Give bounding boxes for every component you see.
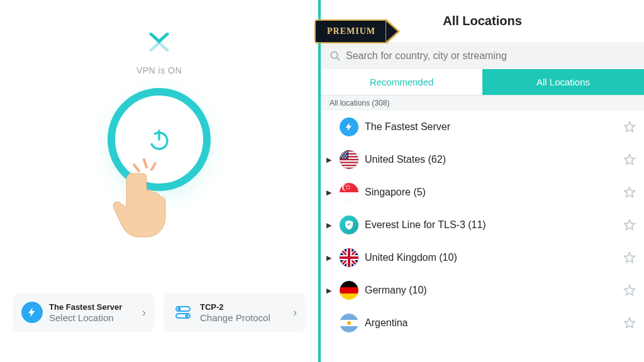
flag-de-icon	[340, 281, 358, 300]
row-label: Singapore (5)	[365, 187, 616, 198]
favorite-star-icon[interactable]	[623, 316, 636, 330]
protocol-icon	[172, 302, 194, 323]
server-card-title: The Fastest Server	[49, 302, 138, 312]
premium-badge: PREMIUM	[314, 19, 400, 44]
search-icon	[330, 50, 341, 62]
svg-point-6	[178, 307, 181, 310]
row-label: The Fastest Server	[365, 121, 616, 133]
row-label: Argentina	[365, 317, 616, 329]
svg-point-8	[186, 314, 189, 317]
flag-us-icon	[340, 150, 358, 169]
card-text: The Fastest Server Select Location	[49, 302, 138, 323]
svg-point-28	[342, 157, 343, 158]
svg-rect-47	[340, 314, 358, 320]
svg-rect-45	[340, 293, 358, 300]
list-item[interactable]: ▶ Singapore (5)	[321, 176, 644, 209]
expand-toggle[interactable]: ▶	[325, 287, 333, 295]
flag-ar-icon	[340, 314, 358, 332]
svg-point-20	[341, 151, 342, 153]
list-item[interactable]: ▶ Everest Line for TLS-3 (11)	[321, 209, 644, 241]
locations-header: PREMIUM All Locations	[321, 0, 644, 43]
row-label: Everest Line for TLS-3 (11)	[365, 219, 616, 231]
svg-point-25	[341, 155, 342, 156]
card-text: TCP-2 Change Protocol	[200, 302, 289, 323]
favorite-star-icon[interactable]	[623, 283, 636, 297]
svg-rect-19	[340, 150, 348, 159]
favorite-star-icon[interactable]	[623, 185, 636, 199]
favorite-star-icon[interactable]	[623, 218, 636, 232]
favorite-star-icon[interactable]	[623, 251, 636, 265]
list-item[interactable]: ▶ United Kingdom (10)	[321, 241, 644, 274]
svg-point-38	[347, 188, 348, 189]
svg-point-34	[343, 185, 350, 191]
tab-recommended[interactable]: Recommended	[321, 69, 482, 96]
row-label: United States (62)	[365, 154, 616, 165]
list-item[interactable]: The Fastest Server	[321, 111, 644, 143]
vpn-status-label: VPN is ON	[136, 65, 182, 75]
server-card-action: Select Location	[49, 312, 138, 323]
locations-panel: PREMIUM All Locations Recommended All Lo…	[321, 0, 644, 362]
search-bar[interactable]	[321, 43, 644, 69]
change-protocol-card[interactable]: TCP-2 Change Protocol ›	[164, 293, 306, 332]
list-item[interactable]: ▶ United States (62)	[321, 143, 644, 176]
power-button-group	[108, 88, 211, 191]
premium-label: PREMIUM	[314, 19, 387, 43]
bottom-cards: The Fastest Server Select Location › TCP…	[0, 293, 318, 332]
search-input[interactable]	[346, 50, 635, 62]
chevron-right-icon: ›	[142, 306, 146, 319]
svg-point-37	[348, 188, 350, 189]
svg-point-21	[343, 151, 345, 153]
app-logo	[148, 33, 170, 54]
svg-point-39	[346, 186, 347, 187]
svg-rect-44	[340, 287, 358, 293]
svg-rect-17	[340, 163, 358, 165]
svg-point-23	[342, 153, 343, 155]
section-header: All locations (308)	[321, 96, 644, 111]
svg-line-10	[336, 57, 340, 60]
svg-rect-16	[340, 160, 358, 162]
favorite-star-icon[interactable]	[623, 153, 636, 167]
svg-point-27	[346, 155, 347, 156]
list-item[interactable]: Argentina	[321, 307, 644, 339]
bolt-icon	[21, 302, 43, 323]
svg-point-35	[347, 185, 348, 186]
locations-list: The Fastest Server ▶ United States (62) …	[321, 111, 644, 362]
svg-point-22	[346, 151, 347, 153]
row-label: United Kingdom (10)	[365, 252, 616, 263]
chevron-right-icon: ›	[293, 306, 297, 319]
expand-toggle[interactable]: ▶	[325, 254, 333, 262]
power-toggle-button[interactable]	[108, 88, 211, 191]
svg-rect-43	[340, 281, 358, 287]
flag-sg-icon	[340, 183, 358, 202]
shield-icon	[340, 216, 358, 234]
svg-point-29	[345, 157, 346, 158]
svg-point-36	[349, 186, 350, 187]
svg-rect-13	[340, 151, 358, 153]
expand-toggle[interactable]: ▶	[325, 221, 333, 229]
list-item[interactable]: ▶ Germany (10)	[321, 274, 644, 307]
protocol-card-action: Change Protocol	[200, 312, 289, 323]
protocol-card-title: TCP-2	[200, 302, 289, 312]
favorite-star-icon[interactable]	[623, 120, 636, 134]
bolt-icon	[340, 118, 358, 136]
select-location-card[interactable]: The Fastest Server Select Location ›	[13, 293, 155, 332]
svg-rect-49	[340, 326, 358, 332]
svg-point-24	[345, 153, 346, 155]
connection-panel: VPN is ON The Fastest Server Select Lo	[0, 0, 318, 362]
tab-all-locations[interactable]: All Locations	[482, 69, 644, 96]
svg-rect-32	[340, 192, 358, 202]
svg-point-50	[347, 321, 351, 325]
flag-uk-icon	[340, 248, 358, 267]
row-label: Germany (10)	[365, 285, 616, 296]
power-icon	[145, 126, 173, 153]
expand-toggle[interactable]: ▶	[325, 156, 333, 164]
location-tabs: Recommended All Locations	[321, 69, 644, 96]
expand-toggle[interactable]: ▶	[325, 189, 333, 197]
svg-point-26	[343, 155, 345, 156]
svg-rect-18	[340, 166, 358, 167]
